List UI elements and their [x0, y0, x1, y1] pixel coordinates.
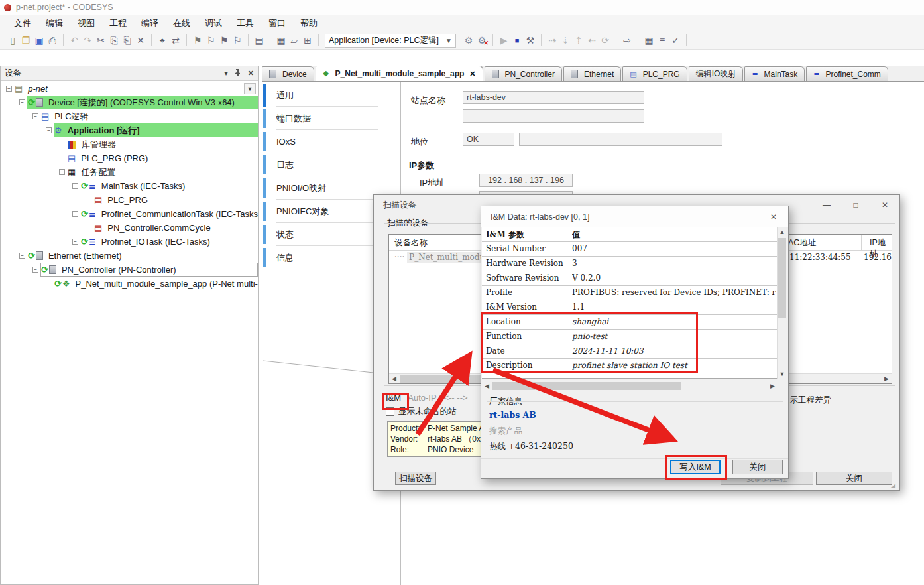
tree-item[interactable]: −▤PLC逻辑 [1, 109, 258, 123]
expander-icon[interactable]: − [59, 169, 65, 175]
run-icon[interactable]: ▶ [497, 34, 510, 47]
im-table-hscrollbar[interactable]: ◀ ▶ [482, 381, 778, 391]
im-table-row[interactable]: ProfilePROFIBUS: reserved for Device IDs… [482, 286, 778, 300]
im-table-vscrollbar[interactable]: ▲ ▼ [777, 228, 787, 379]
menu-item-文件[interactable]: 文件 [7, 15, 38, 32]
tab-auto-ip[interactable]: Auto-IP [408, 393, 436, 403]
reset-icon[interactable]: ⟳ [599, 34, 612, 47]
close-icon[interactable]: ✕ [248, 69, 254, 78]
bookmark-clear-icon[interactable]: ⚐ [231, 34, 244, 47]
tab-Device[interactable]: Device [262, 66, 314, 81]
step-out-icon[interactable]: ⇡ [572, 34, 585, 47]
ip-address-field[interactable]: 192 . 168 . 137 . 196 [479, 174, 573, 187]
vendor-link[interactable]: rt-labs AB [489, 410, 536, 420]
step-into-icon[interactable]: ⇣ [559, 34, 572, 47]
im-table-row[interactable]: Functionpnio-test [482, 330, 778, 344]
tab-Profinet_Comm[interactable]: ≣Profinet_Comm [806, 66, 888, 81]
tab-P_Net_multi_module_sample_app[interactable]: ❖P_Net_multi_module_sample_app✕ [316, 66, 483, 82]
tree-item[interactable]: ⟳❖P_Net_multi_module_sample_app (P-Net m… [1, 277, 258, 291]
tree-item[interactable]: −⚙Application [运行] [1, 123, 258, 137]
forward-icon[interactable]: ⇨ [620, 34, 634, 47]
im-table[interactable]: I&M 参数值Serial Number007Hardware Revision… [482, 228, 778, 379]
delete-icon[interactable]: ✕ [134, 34, 147, 47]
calendar-icon[interactable]: ⊞ [301, 34, 314, 47]
show-unnamed-checkbox[interactable] [386, 407, 394, 416]
menu-item-帮助[interactable]: 帮助 [293, 15, 325, 32]
clipboard-icon[interactable]: ▤ [253, 34, 266, 47]
step-over-icon[interactable]: ⇢ [546, 34, 559, 47]
replace-icon[interactable]: ⇄ [169, 34, 182, 47]
im-table-row[interactable]: Serial Number007 [482, 242, 778, 257]
tab-im[interactable]: I&M [386, 393, 401, 403]
tab-PLC_PRG[interactable]: ▤PLC_PRG [622, 66, 687, 81]
search-product-label[interactable]: 搜索产品 [489, 426, 522, 437]
check-icon[interactable]: ✓ [669, 34, 682, 47]
menu-item-窗口[interactable]: 窗口 [261, 15, 293, 32]
step-back-icon[interactable]: ⇠ [585, 34, 599, 47]
login-icon[interactable]: ⚙ [462, 34, 475, 47]
expander-icon[interactable]: − [72, 183, 78, 189]
mac-column-header[interactable]: AC地址 [788, 237, 816, 249]
open-file-icon[interactable]: ❐ [19, 34, 32, 47]
tree-item[interactable]: ▤PLC_PRG [1, 193, 258, 207]
im-close-button[interactable]: 关闭 [732, 460, 783, 474]
undo-icon[interactable]: ↶ [68, 34, 81, 47]
im-table-row[interactable]: Hardware Revision3 [482, 257, 778, 271]
expander-icon[interactable]: − [32, 113, 38, 119]
lines-icon[interactable]: ≡ [656, 34, 669, 47]
expander-icon[interactable]: − [32, 267, 38, 273]
cut-icon[interactable]: ✂ [94, 34, 107, 47]
menu-item-工程[interactable]: 工程 [102, 15, 134, 32]
tree-item[interactable]: −⟳≣MainTask (IEC-Tasks) [1, 179, 258, 193]
new-file-icon[interactable]: ▯ [6, 34, 19, 47]
tree-item[interactable]: 库管理器 [1, 137, 258, 151]
nav-item-通用[interactable]: 通用 [262, 84, 398, 107]
station-name-field-2[interactable] [463, 109, 644, 123]
show-project-diff-label[interactable]: 显示工程差异 [781, 395, 831, 406]
menu-item-调试[interactable]: 调试 [198, 15, 229, 32]
table-icon[interactable]: ▦ [642, 34, 656, 47]
tab-MainTask[interactable]: ≣MainTask [744, 66, 805, 81]
scan-close-button[interactable]: 关闭 [816, 472, 892, 485]
compile-icon[interactable]: ▦ [274, 34, 288, 47]
print-icon[interactable]: ⎙ [46, 34, 59, 47]
scan-devices-button[interactable]: 扫描设备 [395, 472, 436, 485]
im-table-row[interactable]: Descriptionprofinet slave station IO tes… [482, 359, 778, 373]
tab-PN_Controller[interactable]: PN_Controller [485, 66, 562, 81]
tree-item[interactable]: −⟳PN_Controller (PN-Controller) [1, 263, 258, 277]
save-icon[interactable]: ▣ [32, 34, 46, 47]
bookmark-prev-icon[interactable]: ⚐ [204, 34, 217, 47]
status-field-2[interactable] [519, 133, 722, 146]
nav-item-端口数据[interactable]: 端口数据 [262, 107, 398, 130]
maximize-icon[interactable]: □ [841, 196, 870, 214]
chevron-down-icon[interactable]: ▾ [224, 69, 228, 78]
tree-item[interactable]: −⟳Device [连接的] (CODESYS Control Win V3 x… [1, 96, 258, 109]
tree-item[interactable]: −⟳≣Profinet_IOTask (IEC-Tasks) [1, 235, 258, 249]
pin-icon[interactable] [235, 69, 241, 78]
menu-item-编辑[interactable]: 编辑 [38, 15, 70, 32]
menu-item-工具[interactable]: 工具 [229, 15, 261, 32]
active-application-combo[interactable]: Application [Device: PLC逻辑]▼ [325, 34, 456, 48]
close-icon[interactable]: ✕ [469, 70, 475, 78]
tools-icon[interactable]: ⚒ [524, 34, 537, 47]
device-name-column-header[interactable]: 设备名称 [394, 237, 428, 249]
bookmark-icon[interactable]: ⚑ [191, 34, 204, 47]
tree-item[interactable]: ▤PLC_PRG (PRG) [1, 151, 258, 165]
stop-icon[interactable]: ■ [510, 34, 524, 47]
close-icon[interactable]: ✕ [759, 208, 788, 226]
nav-item-IOxS[interactable]: IOxS [262, 130, 398, 153]
im-table-row[interactable]: Locationshanghai [482, 315, 778, 330]
im-table-row[interactable]: Date2024-11-11 10:03 [482, 344, 778, 359]
im-table-row[interactable]: I&M Version1.1 [482, 300, 778, 315]
menu-item-在线[interactable]: 在线 [166, 15, 198, 32]
paste-icon[interactable]: ⎗ [121, 34, 134, 47]
status-field[interactable]: OK [463, 133, 514, 146]
menu-item-编译[interactable]: 编译 [134, 15, 166, 32]
tree-item[interactable]: −⟳Ethernet (Ethernet) [1, 249, 258, 263]
menu-item-视图[interactable]: 视图 [70, 15, 102, 32]
tree-item[interactable]: −▤p-net [1, 82, 258, 96]
copy-icon[interactable]: ⎘ [107, 34, 121, 47]
close-icon[interactable]: ✕ [870, 196, 899, 214]
tab-Ethernet[interactable]: Ethernet [563, 66, 621, 81]
bookmark-next-icon[interactable]: ⚑ [217, 34, 231, 47]
